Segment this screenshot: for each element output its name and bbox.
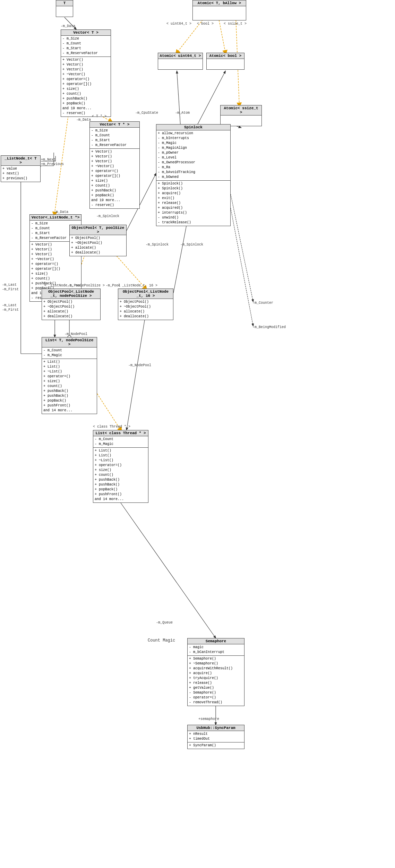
box-AtomicUint64: Atomic< uint64_t >	[158, 53, 203, 70]
box-Semaphore-methods: + Semaphore()+ ~Semaphore()+ acquireWith…	[188, 656, 244, 706]
box-T: T	[56, 0, 73, 17]
label-mNext: +m_Next	[41, 158, 55, 162]
label-mSpinlock3: -m_Spinlock	[180, 243, 203, 247]
box-AtomicUint64-header: Atomic< uint64_t >	[158, 53, 203, 59]
box-ObjectPool-methods: + ObjectPool()+ ~ObjectPool()+ allocate(…	[70, 235, 126, 256]
label-mCounter: -m_Counter	[252, 301, 273, 305]
box-ObjectPoolListNode2-header: ObjectPool<_ListNode_t, 16 >	[118, 289, 173, 299]
label-cpuState: -m_CpuState	[135, 111, 158, 115]
label-ssizet: < ssize_t >	[224, 22, 247, 26]
box-AtomicBool-body	[207, 59, 244, 69]
box-UsbHubSyncParam: UsbHub::SyncParam + nResult+ timedOut + …	[187, 725, 244, 749]
box-Spinlock-header: Spinlock	[156, 124, 230, 130]
box-ListClassThread-methods: + List()+ List()+ ~List()+ operator=() +…	[93, 448, 148, 502]
box-ObjectPoolListNode1-methods: + ObjectPool()+ ~ObjectPool()+ allocate(…	[42, 299, 100, 320]
box-AtomicT-header: Atomic< T, bAllow >	[193, 0, 246, 6]
box-Semaphore: Semaphore - magic- m_bCanInterrupt + Sem…	[187, 638, 244, 706]
svg-line-10	[177, 71, 180, 124]
box-ObjectPoolListNode2-methods: + ObjectPool()+ ~ObjectPool()+ allocate(…	[118, 299, 173, 320]
diagram-container: T Atomic< T, bAllow > Vector< T > - m_Si…	[0, 0, 395, 868]
box-ListClassThread: List< class Thread * > - m_Count- m_Magi…	[93, 430, 148, 503]
label-mData3: -m_Data	[76, 118, 91, 122]
svg-line-31	[231, 208, 253, 326]
box-Spinlock-methods: + Spinlock()+ Spinlock()+ acquire()+ exi…	[156, 181, 230, 226]
label-uint64: < uint64_t >	[166, 22, 191, 26]
label-mData1: -m_Data	[61, 24, 75, 28]
box-ListNode: _ListNode_t< T > + value+ next()+ previo…	[1, 155, 41, 182]
box-VectorT-methods: + Vector()+ Vector()+ Vector()+ ~Vector(…	[61, 57, 111, 117]
label-mFirst: -m_First	[2, 287, 19, 291]
box-VectorTPtr-methods: + Vector()+ Vector()+ Vector()+ ~Vector(…	[90, 149, 139, 208]
svg-line-9	[54, 108, 69, 214]
box-ObjectPoolListNode1-header: ObjectPool<_ListNode_t, nodePoolSize >	[42, 289, 100, 299]
box-UsbHubSyncParam-header: UsbHub::SyncParam	[188, 725, 244, 731]
box-ListT-header: List< T, nodePoolSize >	[42, 337, 97, 347]
label-mBeingModified: -m_BeingModified	[252, 325, 286, 329]
box-ListT-attrs: - m_Count- m_Magic	[42, 347, 97, 359]
label-mSpinlock2: -m_Spinlock	[146, 243, 169, 247]
box-ObjectPoolListNode1: ObjectPool<_ListNode_t, nodePoolSize > +…	[42, 289, 101, 320]
label-countMagic: Count Magic	[148, 638, 175, 643]
box-ObjectPoolListNode2: ObjectPool<_ListNode_t, 16 > + ObjectPoo…	[118, 289, 173, 320]
box-ListNode-header: _ListNode_t< T >	[1, 156, 40, 166]
box-VectorT-attrs: - m_Size- m_Count- m_Start- m_ReserveFac…	[61, 36, 111, 57]
box-AtomicT-body	[193, 6, 246, 20]
svg-line-30	[231, 194, 253, 302]
label-mPrev: +m_Previous	[41, 162, 64, 166]
label-T: < T * >	[92, 114, 106, 118]
box-AtomicT: Atomic< T, bAllow >	[192, 0, 246, 20]
box-AtomicSsize: Atomic< ssize_t >	[220, 105, 262, 126]
box-VectorTPtr: Vector< T * > - m_Size- m_Count- m_Start…	[89, 121, 140, 209]
box-Spinlock: Spinlock + allow_recursion- m_bInterrupt…	[156, 124, 231, 226]
box-VectorTPtr-header: Vector< T * >	[90, 122, 139, 128]
label-listNode16: < _ListNode_t, 16 >	[118, 284, 157, 287]
box-ObjectPool: ObjectPool< T, poolSize > + ObjectPool()…	[69, 225, 127, 256]
label-mQueue: -m_Queue	[156, 621, 173, 625]
label-mLast2: -m_Last	[2, 303, 17, 307]
label-mFirst2: -m_First	[2, 308, 19, 312]
label-atom: -m_Atom	[175, 111, 190, 115]
box-ListClassThread-header: List< class Thread * >	[93, 430, 148, 436]
label-mLast: -m_Last	[2, 283, 17, 287]
label-mNodePool2: -m_NodePool	[128, 363, 151, 367]
box-ListNode-attrs: + value+ next()+ previous()	[1, 166, 40, 182]
label-semaphore: +semaphore	[198, 717, 219, 721]
box-Semaphore-attrs: - magic- m_bCanInterrupt	[188, 644, 244, 656]
box-Spinlock-attrs: + allow_recursion- m_bInterrupts- m_Magi…	[156, 130, 230, 181]
box-VectorListNode-header: Vector<_ListNode_t *>	[30, 215, 81, 221]
label-listNode: < _ListNode_t, nodePoolSize >	[44, 284, 105, 287]
box-ListClassThread-attrs: - m_Count- m_Magic	[93, 436, 148, 448]
box-ListT-methods: + List()+ List()+ ~List()+ operator=() +…	[42, 359, 97, 414]
label-classThread: < class Thread * >	[93, 425, 130, 429]
box-Semaphore-header: Semaphore	[188, 638, 244, 644]
box-VectorT-header: Vector< T >	[61, 30, 111, 36]
box-AtomicBool-header: Atomic< bool >	[207, 53, 244, 59]
svg-line-23	[127, 314, 146, 430]
label-bool: < bool >	[197, 22, 214, 26]
box-AtomicBool: Atomic< bool >	[206, 53, 244, 70]
box-UsbHubSyncParam-methods: + SyncParam()	[188, 742, 244, 749]
box-VectorT: Vector< T > - m_Size- m_Count- m_Start- …	[61, 29, 111, 117]
box-T-body	[56, 6, 73, 17]
label-mSpinlock1: -m_Spinlock	[96, 214, 119, 218]
svg-line-25	[121, 503, 216, 638]
box-T-header: T	[56, 0, 73, 6]
box-ListT: List< T, nodePoolSize > - m_Count- m_Mag…	[42, 337, 97, 414]
box-AtomicUint64-body	[158, 59, 203, 69]
box-UsbHubSyncParam-attrs: + nResult+ timedOut	[188, 731, 244, 742]
box-VectorTPtr-attrs: - m_Size- m_Count- m_Start- m_ReserveFac…	[90, 128, 139, 149]
label-mNodePool1: -m_NodePool	[65, 332, 87, 336]
box-AtomicSsize-header: Atomic< ssize_t >	[221, 105, 261, 115]
box-ObjectPool-header: ObjectPool< T, poolSize >	[70, 225, 126, 235]
label-mData2: -m_Data	[54, 210, 68, 214]
